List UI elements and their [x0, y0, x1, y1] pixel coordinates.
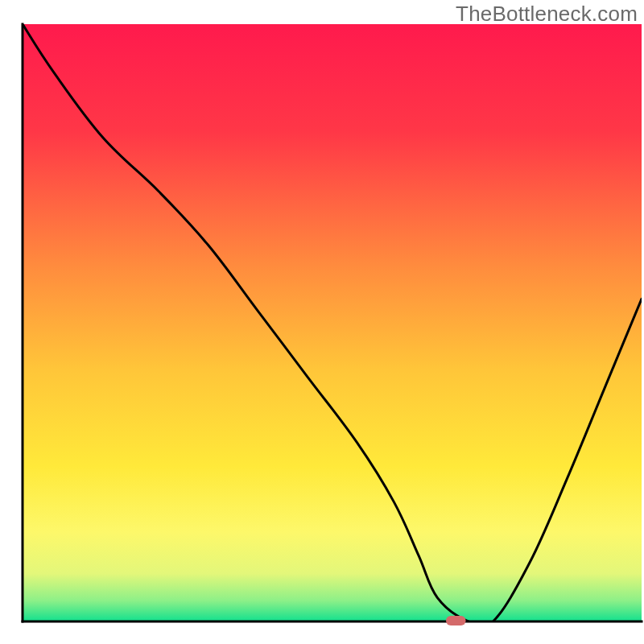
watermark-label: TheBottleneck.com — [456, 2, 638, 27]
gradient-background — [23, 24, 642, 621]
chart-container: TheBottleneck.com — [0, 0, 644, 644]
bottleneck-chart — [0, 0, 644, 644]
sweet-spot-marker — [446, 616, 466, 625]
